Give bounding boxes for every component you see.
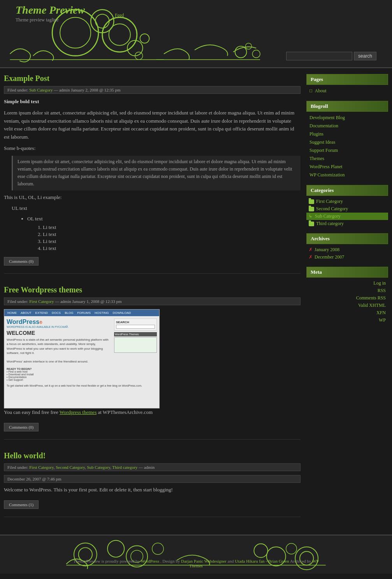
themes-link[interactable]: Themes xyxy=(309,156,324,161)
archives-widget: Archives ✗ January 2008 ✗ December 2007 xyxy=(306,233,388,261)
post-category-link[interactable]: First Category xyxy=(29,299,54,304)
list-item: □ About xyxy=(306,87,388,95)
list-item: OL text xyxy=(27,216,301,222)
cat-third-link[interactable]: Third category xyxy=(316,221,344,227)
wp-nav-blog: BLOG xyxy=(63,311,75,315)
post-blockquote: Lorem ipsum dolor sit amet, consectetur … xyxy=(12,156,301,190)
wp-nav-bar: HOME ABOUT EXTEND DOCS BLOG FORUMS HOSTI… xyxy=(4,310,159,316)
blogroll-widget: Blogroll Development Blog Documentation … xyxy=(306,101,388,179)
list-item: Li text xyxy=(43,231,301,238)
list-item: Li text xyxy=(43,224,301,231)
sidebar: Pages □ About Blogroll Development Blog … xyxy=(306,74,388,529)
svg-point-20 xyxy=(254,544,267,557)
wp-nav-docs: DOCS xyxy=(50,311,62,315)
svg-point-2 xyxy=(91,10,114,33)
wp-getstarted-text: To get started with WordPress, set it up… xyxy=(4,383,159,389)
pages-title: Pages xyxy=(306,74,388,85)
cat-second-link[interactable]: Second Category xyxy=(316,206,348,212)
cat-sub: ↳ Sub Category xyxy=(306,213,388,220)
dev-blog-link[interactable]: Development Blog xyxy=(309,115,345,120)
cat-sub-link[interactable]: Sub Category xyxy=(315,213,341,219)
folder-icon xyxy=(309,199,314,204)
svg-point-22 xyxy=(286,543,297,554)
post-free-themes: Free Wordpress themes Filed under: First… xyxy=(4,285,301,440)
post-date: December 26, 2007 @ 7:46 pm xyxy=(4,475,301,483)
post-body-p1: Lorem ipsum dolor sit amet, consectetur … xyxy=(4,109,301,141)
post-cat-sub[interactable]: Sub Category xyxy=(87,465,110,470)
fan-link[interactable]: Utada Hikaru fan - Brian Green xyxy=(235,559,289,563)
categories-widget: Categories First Category Second Categor… xyxy=(306,185,388,227)
cat-first: First Category xyxy=(306,198,388,205)
login-link[interactable]: Log in xyxy=(306,280,386,287)
svg-point-16 xyxy=(107,540,124,557)
rss-link[interactable]: RSS xyxy=(306,287,386,294)
meta-list: Log in RSS Comments RSS Valid XHTML XFN … xyxy=(306,280,388,324)
wp-main-text: WordPress® WORDPRESS IS ALSO AVAILABLE I… xyxy=(7,319,111,364)
list-item: Support Forum xyxy=(306,146,388,155)
list-item: Documentation xyxy=(306,122,388,130)
wp-link[interactable]: WordPress xyxy=(141,559,159,563)
archive-icon: ✗ xyxy=(309,254,313,260)
blogroll-title: Blogroll xyxy=(306,101,388,112)
svg-point-5 xyxy=(109,24,130,45)
numbered-list: Li text Li text Li text Li text xyxy=(43,224,301,252)
wp-nav-hosting: HOSTING xyxy=(93,311,110,315)
wp-nav-forums: FORUMS xyxy=(76,311,92,315)
svg-point-8 xyxy=(135,52,143,60)
page-wrapper: Example Post Filed under: Sub Category —… xyxy=(0,68,392,535)
search-button[interactable]: search xyxy=(354,52,376,60)
search-area: search xyxy=(286,52,376,60)
list-item: Development Blog xyxy=(306,114,388,122)
list-label: This is UL, OL, Li example: xyxy=(4,194,301,202)
wp-nav-extend: EXTEND xyxy=(34,311,49,315)
wp-themes-link[interactable]: Wordpress themes xyxy=(60,409,97,415)
meta-title: Meta xyxy=(306,267,388,278)
comments-button[interactable]: Comments (0) xyxy=(4,423,39,431)
wp-search-input xyxy=(116,325,155,329)
wp-footer-text: READY TO BEGIN? • Find a web host • Down… xyxy=(4,366,159,383)
comments-button[interactable]: Comments (0) xyxy=(4,257,39,266)
wp-content-area: WordPress® WORDPRESS IS ALSO AVAILABLE I… xyxy=(4,316,159,366)
about-link[interactable]: About xyxy=(315,88,327,93)
meta-widget: Meta Log in RSS Comments RSS Valid XHTML… xyxy=(306,267,388,324)
archive-jan-link[interactable]: January 2008 xyxy=(315,247,339,253)
comments-rss-link[interactable]: Comments RSS xyxy=(306,294,386,302)
post-title: Example Post xyxy=(4,74,301,83)
footer-text: Theme Preview is proudly powered by Word… xyxy=(4,559,388,568)
wp-logo: WordPress® xyxy=(7,319,111,326)
svg-point-6 xyxy=(127,40,143,56)
xfn-link[interactable]: XFN xyxy=(306,309,386,317)
comments-button[interactable]: Comments (1) xyxy=(4,500,39,509)
feed-link[interactable]: Feed xyxy=(115,12,124,18)
main-content: Example Post Filed under: Sub Category —… xyxy=(4,74,306,529)
svg-point-19 xyxy=(152,543,163,554)
wp-logo-subtitle: ® xyxy=(39,320,42,325)
post-meta: Filed under: First Category, Second Cate… xyxy=(4,463,301,471)
cat-first-link[interactable]: First Category xyxy=(316,199,343,204)
site-header: Theme Preview Theme preview tagline Feed… xyxy=(0,0,392,68)
archives-title: Archives xyxy=(306,233,388,244)
archive-dec-link[interactable]: December 2007 xyxy=(315,254,344,260)
archive-dec: ✗ December 2007 xyxy=(306,253,388,261)
docs-link[interactable]: Documentation xyxy=(309,123,338,128)
wp-link[interactable]: WP xyxy=(306,317,386,324)
designer-link[interactable]: Darjan Panic Webdesigner xyxy=(181,559,227,563)
xhtml-link[interactable]: Valid XHTML xyxy=(306,302,386,309)
support-link[interactable]: Support Forum xyxy=(309,148,338,153)
post-body: You can easy find free free Wordpress th… xyxy=(4,408,301,417)
post-cat-third[interactable]: Third category xyxy=(112,465,137,470)
post-cat-first[interactable]: First Category xyxy=(29,465,54,470)
svg-point-9 xyxy=(235,46,247,58)
cat-second: Second Category xyxy=(306,205,388,213)
list-item: WordPress Planet xyxy=(306,163,388,171)
search-input[interactable] xyxy=(286,52,352,60)
plugins-link[interactable]: Plugins xyxy=(309,131,323,137)
wp-planet-link[interactable]: WordPress Planet xyxy=(309,164,343,169)
wp-custom-link[interactable]: WP Customization xyxy=(309,172,345,178)
post-category-link[interactable]: Sub Category xyxy=(29,88,53,92)
archive-jan: ✗ January 2008 xyxy=(306,246,388,253)
post-cat-second[interactable]: Second Category xyxy=(56,465,85,470)
suggest-link[interactable]: Suggest Ideas xyxy=(309,139,335,145)
svg-point-4 xyxy=(102,17,137,52)
wordpress-screenshot: HOME ABOUT EXTEND DOCS BLOG FORUMS HOSTI… xyxy=(4,309,160,408)
